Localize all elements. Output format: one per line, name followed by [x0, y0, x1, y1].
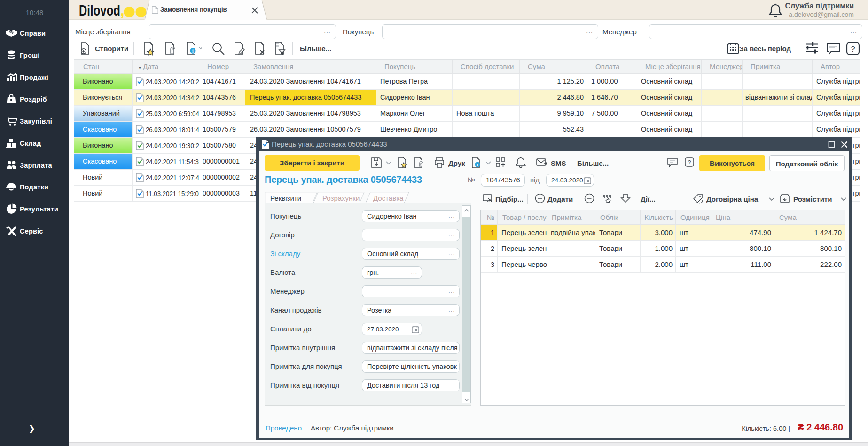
svg-text:i: i — [192, 48, 194, 54]
svg-text:?: ? — [688, 159, 691, 166]
svg-text:Dilovod: Dilovod — [79, 2, 120, 19]
svg-text:,: , — [120, 2, 125, 19]
svg-text:?: ? — [851, 45, 855, 54]
